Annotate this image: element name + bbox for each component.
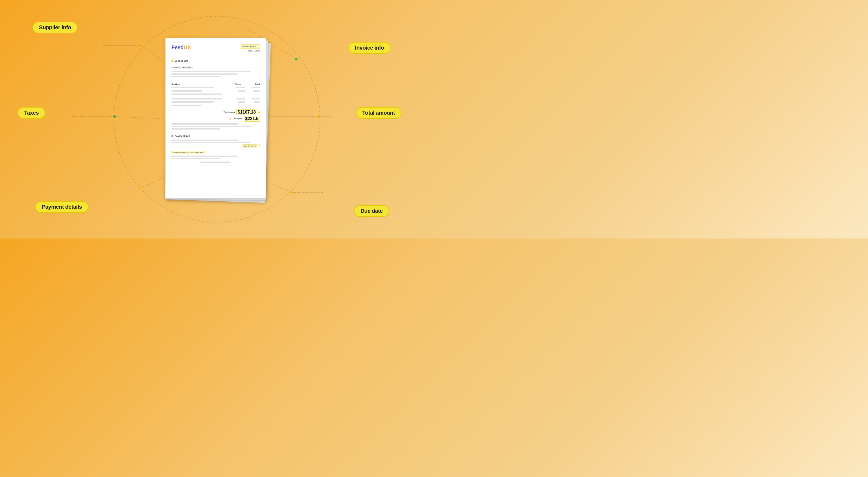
s2-l1 — [172, 98, 222, 99]
header-divider — [172, 57, 260, 57]
invoice-header: FeedUX Invoice #FD75977 Dec 1, 2023 — [172, 44, 260, 53]
payment-details-label: Payment details — [42, 204, 82, 210]
payment-dot — [172, 135, 173, 137]
total-taxes-dot — [230, 118, 231, 120]
logo-ux-text: UX — [184, 44, 191, 50]
middle-placeholders — [172, 123, 260, 130]
col-services: Services — [172, 83, 230, 86]
invoice-info-bubble: Invoice info — [348, 42, 391, 54]
service-row-2 — [172, 98, 260, 107]
s2-l2 — [172, 101, 214, 103]
total-taxes-row: Total taxes: $221.5 — [172, 116, 260, 122]
svg-point-3 — [295, 58, 298, 61]
services-header: Services Taxes Total — [172, 83, 260, 86]
pay-line-1 — [172, 140, 238, 141]
vendor-section-label: Vendor Info — [172, 60, 260, 62]
t1-l1 — [236, 87, 245, 88]
vendor-label-text: Vendor Info — [175, 60, 188, 62]
total-amount-dot — [258, 111, 260, 113]
payment-section-label: Payment Info — [172, 135, 260, 137]
payment-divider — [172, 132, 260, 132]
payment-label-text: Payment Info — [175, 135, 190, 137]
invoice-meta: Invoice #FD75977 Dec 1, 2023 — [241, 44, 260, 53]
s1-l3 — [172, 94, 222, 95]
total-amount-bubble: Total amount — [356, 107, 401, 119]
due-date-value: Dec 15, 2023 — [244, 145, 255, 147]
company-logo: FeedUX — [172, 44, 191, 51]
vendor-line-2 — [172, 73, 238, 75]
svg-point-11 — [290, 191, 293, 194]
t2-l2 — [238, 101, 245, 103]
vendor-name-chip: FeedUX Corporation — [172, 66, 193, 69]
total-amount-value: $1107.18 — [236, 109, 257, 115]
tt2-l1 — [252, 98, 260, 99]
invoice-stack: FeedUX Invoice #FD75977 Dec 1, 2023 Vend… — [165, 38, 269, 201]
vendor-dot — [172, 60, 173, 62]
s1-l2 — [172, 90, 203, 92]
taxes-bubble: Taxes — [18, 107, 45, 119]
totals-area: Total amount $1107.18 Total taxes: $221.… — [172, 109, 260, 122]
mid-line-2 — [172, 126, 251, 127]
bottom-placeholder — [172, 162, 260, 163]
s1-l1 — [172, 87, 214, 88]
bottom-line — [200, 162, 231, 163]
svg-point-7 — [317, 115, 320, 118]
due-date-bubble: Due date — [354, 205, 389, 217]
tt1-l2 — [253, 90, 260, 92]
t2-l1 — [237, 98, 245, 99]
svg-point-1 — [141, 44, 143, 47]
s2-l3 — [172, 105, 203, 106]
total-amount-label: Total amount — [362, 110, 395, 116]
services-table: Services Taxes Total — [172, 83, 260, 107]
total-amount-label: Total amount — [223, 111, 235, 113]
due-date-label: Due date — [361, 208, 383, 214]
invoice-number: Invoice #FD75977 — [241, 44, 260, 49]
total-taxes-label: Total taxes: — [232, 117, 243, 120]
total-amount-row: Total amount $1107.18 — [172, 109, 260, 115]
total-taxes-value: $221.5 — [244, 116, 260, 122]
services-rows — [172, 87, 260, 107]
tt2-l2 — [254, 101, 260, 103]
vendor-line-3 — [172, 76, 220, 77]
pay-line-2 — [172, 142, 251, 143]
payment-details-bubble: Payment details — [35, 201, 88, 213]
col-total: Total — [246, 83, 260, 86]
paper-front: FeedUX Invoice #FD75977 Dec 1, 2023 Vend… — [165, 38, 266, 198]
invoice-date: Dec 1, 2023 — [241, 49, 260, 53]
taxes-label: Taxes — [24, 110, 39, 116]
mid-line-1 — [172, 123, 238, 125]
vendor-line-1 — [172, 71, 251, 72]
supplier-info-bubble: Supplier info — [33, 22, 78, 33]
supplier-info-label: Supplier info — [39, 24, 71, 30]
logo-feed-text: Feed — [172, 44, 184, 50]
mid-line-3 — [172, 128, 220, 130]
svg-point-5 — [113, 115, 116, 118]
due-date-chip: Dec 15, 2023 — [242, 144, 257, 148]
invoice-info-label: Invoice info — [355, 45, 384, 51]
pay-line-4 — [172, 158, 220, 159]
t1-l2 — [238, 90, 245, 92]
col-taxes: Taxes — [230, 83, 246, 86]
account-number-chip: Account number: 4004770151945319 — [172, 151, 205, 154]
due-date-dot — [258, 144, 260, 146]
main-scene: FeedUX Invoice #FD75977 Dec 1, 2023 Vend… — [0, 0, 434, 238]
svg-point-9 — [142, 186, 145, 189]
svg-line-18 — [115, 116, 174, 119]
due-date-row: Dec 15, 2023 — [172, 144, 260, 148]
service-row-1 — [172, 87, 260, 96]
tt1-l1 — [252, 87, 260, 88]
pay-line-3 — [172, 156, 238, 157]
